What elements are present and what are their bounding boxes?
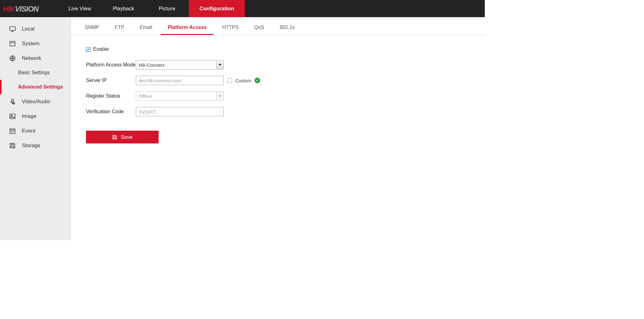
svg-rect-0	[10, 27, 15, 30]
topnav-picture[interactable]: Picture	[145, 0, 189, 17]
subtab-qos[interactable]: QoS	[247, 22, 271, 35]
mode-value: Hik-Connect	[139, 62, 165, 68]
server-ip-input[interactable]: dev.hik-connect.com	[136, 76, 224, 85]
sidebar-item-event[interactable]: Event	[0, 123, 71, 138]
mode-select[interactable]: Hik-Connect	[136, 60, 224, 70]
svg-rect-6	[10, 114, 15, 118]
subtab-platform-access[interactable]: Platform Access	[161, 22, 213, 35]
sidebar-sub-advanced-settings[interactable]: Advanced Settings	[0, 80, 71, 94]
sub-tabs: SNMP FTP Email Platform Access HTTPS QoS…	[71, 17, 485, 35]
topnav-live-view[interactable]: Live View	[58, 0, 102, 17]
sidebar-sub-basic-settings[interactable]: Basic Settings	[0, 65, 71, 80]
platform-access-form: Enable Platform Access Mode Hik-Connect …	[71, 35, 485, 143]
sidebar-item-storage[interactable]: Storage	[0, 138, 71, 153]
subtab-email[interactable]: Email	[133, 22, 159, 35]
topnav-configuration[interactable]: Configuration	[189, 0, 245, 17]
brand-logo: HIKVISION	[0, 0, 45, 17]
sidebar-item-label: Event	[22, 128, 35, 134]
brand-logo-part2: VISION	[15, 5, 38, 13]
svg-marker-5	[14, 103, 15, 104]
save-button[interactable]: Save	[86, 131, 159, 143]
register-status-field: Offline	[136, 91, 224, 101]
content-area: SNMP FTP Email Platform Access HTTPS QoS…	[71, 17, 485, 240]
top-bar: HIKVISION Live View Playback Picture Con…	[0, 0, 485, 17]
svg-rect-1	[10, 41, 15, 46]
status-label: Register Status	[86, 93, 136, 99]
code-placeholder: SVQIFZ	[139, 109, 155, 114]
mic-icon	[9, 98, 16, 105]
custom-checkbox[interactable]	[227, 78, 232, 83]
sidebar: Local System Network Basic Settings Adva…	[0, 17, 71, 240]
sidebar-item-label: Local	[22, 26, 35, 32]
sidebar-item-label: System	[22, 41, 40, 47]
subtab-https[interactable]: HTTPS	[215, 22, 245, 35]
mode-label: Platform Access Mode	[86, 62, 136, 68]
sidebar-item-label: Storage	[22, 143, 41, 149]
sidebar-item-video-audio[interactable]: Video/Audio	[0, 94, 71, 109]
top-nav: Live View Playback Picture Configuration	[45, 0, 485, 17]
subtab-8021x[interactable]: 802.1x	[273, 22, 302, 35]
enable-label: Enable	[93, 46, 109, 52]
monitor-icon	[9, 25, 16, 33]
sidebar-item-local[interactable]: Local	[0, 22, 71, 36]
sidebar-item-image[interactable]: Image	[0, 109, 71, 123]
brand-logo-part1: HIK	[3, 5, 15, 13]
dropdown-arrow-icon	[216, 92, 223, 100]
code-label: Verification Code	[86, 109, 136, 114]
svg-rect-3	[12, 99, 13, 102]
save-icon	[9, 142, 16, 149]
sidebar-item-label: Network	[22, 55, 41, 61]
status-value: Offline	[139, 94, 152, 99]
verification-code-input[interactable]: SVQIFZ	[136, 107, 224, 116]
sidebar-item-label: Image	[22, 113, 36, 119]
dropdown-arrow-icon	[216, 61, 223, 69]
save-button-label: Save	[121, 134, 133, 140]
save-icon	[112, 134, 117, 140]
subtab-snmp[interactable]: SNMP	[78, 22, 106, 35]
custom-label: Custom	[235, 78, 251, 83]
sidebar-item-system[interactable]: System	[0, 36, 71, 51]
sidebar-item-label: Video/Audio	[22, 99, 50, 105]
subtab-ftp[interactable]: FTP	[108, 22, 131, 35]
sidebar-item-network[interactable]: Network	[0, 51, 71, 65]
topnav-playback[interactable]: Playback	[102, 0, 145, 17]
server-placeholder: dev.hik-connect.com	[139, 78, 181, 83]
image-icon	[9, 113, 16, 120]
enable-checkbox[interactable]	[86, 47, 91, 52]
server-label: Server IP	[86, 78, 136, 83]
globe-icon	[9, 55, 16, 62]
check-ok-icon	[255, 78, 260, 83]
window-icon	[9, 40, 16, 47]
calendar-icon	[9, 127, 16, 135]
